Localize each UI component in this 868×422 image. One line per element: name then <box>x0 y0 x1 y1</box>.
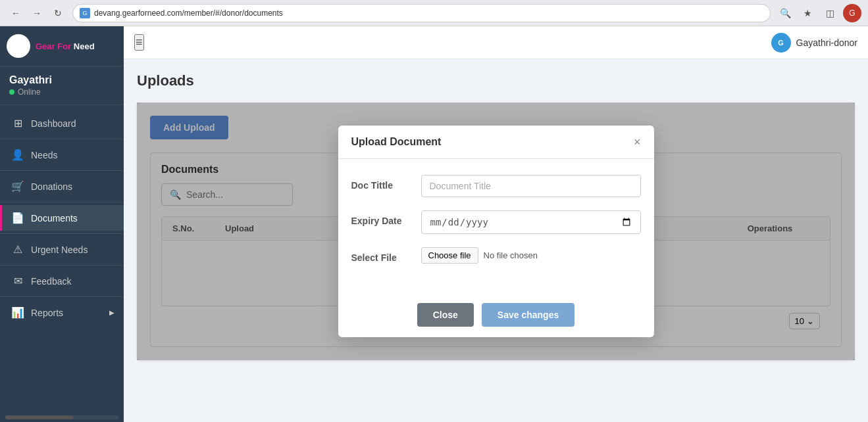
expiry-date-input[interactable] <box>421 210 641 234</box>
favicon-icon: G <box>80 8 90 18</box>
donations-icon: 🛒 <box>11 180 24 193</box>
logo-text: Gear For Need <box>36 41 95 51</box>
bookmark-button[interactable]: ★ <box>798 4 817 22</box>
sidebar-item-label: Feedback <box>31 276 71 287</box>
close-button[interactable]: Close <box>417 303 474 327</box>
back-button[interactable]: ← <box>7 4 25 22</box>
top-avatar: G <box>771 33 791 53</box>
sidebar-item-feedback[interactable]: ✉ Feedback <box>0 268 124 294</box>
select-file-field: Choose file No file chosen <box>421 247 641 264</box>
sidebar-item-donations[interactable]: 🛒 Donations <box>0 174 124 199</box>
modal-header: Upload Document × <box>338 126 654 159</box>
dashboard-icon: ⊞ <box>11 117 24 129</box>
top-user-name: Gayathri-donor <box>796 37 857 48</box>
sidebar-item-label: Donations <box>31 181 72 192</box>
urgent-needs-icon: ⚠ <box>11 243 24 256</box>
sidebar-item-needs[interactable]: 👤 Needs <box>0 142 124 168</box>
nav-divider-3 <box>0 202 124 202</box>
sidebar-nav: ⊞ Dashboard 👤 Needs 🛒 Donations 📄 Docume… <box>0 105 124 413</box>
doc-title-input[interactable] <box>421 175 641 197</box>
browser-nav-buttons: ← → ↻ <box>7 4 67 22</box>
nav-divider-4 <box>0 233 124 234</box>
modal-close-button[interactable]: × <box>634 136 641 148</box>
reports-icon: 📊 <box>11 306 24 319</box>
sidebar-item-label: Dashboard <box>31 118 76 129</box>
sidebar-item-label: Reports <box>31 308 63 318</box>
sidebar-item-reports[interactable]: 📊 Reports ▶ <box>0 300 124 325</box>
sidebar-item-label: Urgent Needs <box>31 245 88 255</box>
nav-divider-2 <box>0 170 124 171</box>
hamburger-menu-button[interactable]: ≡ <box>134 34 144 51</box>
modal-title: Upload Document <box>351 136 442 148</box>
needs-icon: 👤 <box>11 149 24 161</box>
sidebar-item-dashboard[interactable]: ⊞ Dashboard <box>0 110 124 136</box>
search-button[interactable]: 🔍 <box>776 4 794 22</box>
browser-action-buttons: 🔍 ★ ◫ G <box>776 4 861 22</box>
page-content: Uploads Add Upload Documents 🔍 S.No. Upl… <box>124 59 868 422</box>
nav-divider-1 <box>0 139 124 139</box>
sidebar-logo: ⚙ Gear For Need <box>0 26 124 66</box>
status-text: Online <box>18 87 41 97</box>
sidebar-user: Gayathri Online <box>0 66 124 105</box>
expiry-date-label: Expiry Date <box>351 210 411 226</box>
nav-divider-6 <box>0 296 124 297</box>
app-container: ⚙ Gear For Need Gayathri Online ⊞ Dashbo… <box>0 26 868 422</box>
doc-title-field <box>421 175 641 197</box>
url-text: devang.gearforneed.com/member/#/donor/do… <box>94 9 283 18</box>
sidebar-item-label: Needs <box>31 150 57 160</box>
top-bar-user: G Gayathri-donor <box>771 33 857 53</box>
no-file-text: No file chosen <box>484 250 538 260</box>
logo-brand-text: Gear For Need <box>36 41 95 51</box>
logo-icon: ⚙ <box>7 34 30 58</box>
feedback-icon: ✉ <box>11 275 24 287</box>
sidebar-username: Gayathri <box>9 74 115 86</box>
modal-footer: Close Save changes <box>338 293 654 337</box>
doc-title-label: Doc Tittle <box>351 175 411 191</box>
logo-gear-icon: ⚙ <box>13 38 24 54</box>
chevron-right-icon: ▶ <box>109 309 115 316</box>
extensions-button[interactable]: ◫ <box>821 4 839 22</box>
forward-button[interactable]: → <box>28 4 46 22</box>
address-bar[interactable]: G devang.gearforneed.com/member/#/donor/… <box>72 4 771 22</box>
top-bar: ≡ G Gayathri-donor <box>124 26 868 59</box>
browser-bar: ← → ↻ G devang.gearforneed.com/member/#/… <box>0 0 868 26</box>
modal-overlay: Upload Document × Doc Tittle <box>137 103 855 360</box>
profile-avatar[interactable]: G <box>843 4 861 22</box>
save-changes-button[interactable]: Save changes <box>482 303 574 327</box>
content-card: Add Upload Documents 🔍 S.No. Upload Titl… <box>137 103 855 360</box>
sidebar-status: Online <box>9 87 115 97</box>
status-dot-icon <box>9 89 14 95</box>
main-content: ≡ G Gayathri-donor Uploads Add Upload Do… <box>124 26 868 422</box>
select-file-row: Select File Choose file No file chosen <box>351 247 641 264</box>
sidebar: ⚙ Gear For Need Gayathri Online ⊞ Dashbo… <box>0 26 124 422</box>
sidebar-item-urgent-needs[interactable]: ⚠ Urgent Needs <box>0 237 124 262</box>
file-input-row: Choose file No file chosen <box>421 247 641 264</box>
documents-icon: 📄 <box>11 212 24 224</box>
doc-title-row: Doc Tittle <box>351 175 641 197</box>
expiry-date-row: Expiry Date <box>351 210 641 234</box>
nav-divider-5 <box>0 265 124 266</box>
modal-body: Doc Tittle Expiry Date <box>338 159 654 293</box>
page-title: Uploads <box>137 72 855 89</box>
upload-document-modal: Upload Document × Doc Tittle <box>338 126 654 337</box>
sidebar-scrollbar <box>5 415 118 419</box>
sidebar-scrollbar-thumb <box>5 415 73 419</box>
reload-button[interactable]: ↻ <box>49 4 67 22</box>
expiry-date-field <box>421 210 641 234</box>
choose-file-button[interactable]: Choose file <box>421 247 478 264</box>
sidebar-item-label: Documents <box>31 213 78 223</box>
sidebar-item-documents[interactable]: 📄 Documents <box>0 205 124 231</box>
select-file-label: Select File <box>351 247 411 263</box>
